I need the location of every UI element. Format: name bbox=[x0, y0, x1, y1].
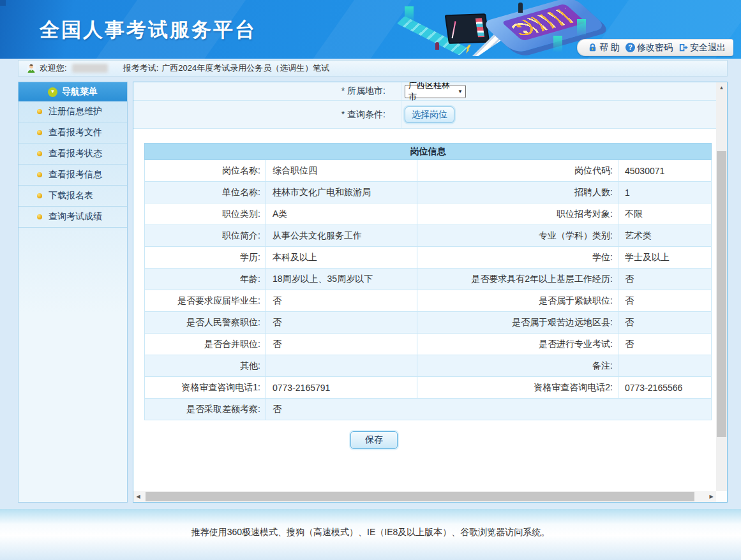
cell-label: 招聘人数: bbox=[417, 182, 618, 203]
cell-value: 1 bbox=[618, 182, 712, 203]
cell-label: 是否属于艰苦边远地区县: bbox=[417, 312, 618, 334]
cell-value: A类 bbox=[266, 203, 417, 225]
header-quick-links: 帮 助 ? 修改密码 安全退出 bbox=[577, 39, 733, 56]
exam-label: 报考考试: bbox=[123, 63, 159, 74]
app-title: 全国人事考试服务平台 bbox=[40, 17, 257, 43]
scrollbar-corner bbox=[716, 491, 727, 502]
cell-label: 是否要求具有2年以上基层工作经历: bbox=[417, 269, 618, 290]
cell-value: 18周岁以上、35周岁以下 bbox=[266, 269, 417, 290]
cell-label: 其他: bbox=[145, 355, 266, 377]
table-row: 单位名称: 桂林市文化广电和旅游局 招聘人数: 1 bbox=[145, 182, 712, 203]
welcome-greeting: 欢迎您: bbox=[40, 63, 67, 74]
bullet-icon bbox=[37, 151, 42, 156]
lock-icon bbox=[588, 43, 597, 52]
bullet-icon bbox=[37, 214, 42, 219]
scroll-left-arrow-icon[interactable]: ◀ bbox=[133, 491, 143, 502]
table-row: 是否人民警察职位: 否 是否属于艰苦边远地区县: 否 bbox=[145, 312, 712, 334]
table-row: 资格审查咨询电话1: 0773-2165791 资格审查咨询电话2: 0773-… bbox=[145, 377, 712, 399]
table-row: 岗位名称: 综合职位四 岗位代码: 45030071 bbox=[145, 160, 712, 182]
illustration-person bbox=[435, 42, 439, 50]
pick-position-button[interactable]: 选择岗位 bbox=[405, 107, 454, 123]
cell-value: 艺术类 bbox=[618, 225, 712, 247]
user-avatar-icon bbox=[26, 63, 36, 73]
cell-value bbox=[618, 355, 712, 377]
sidebar-item-label: 注册信息维护 bbox=[49, 106, 102, 117]
form-row-query: * 查询条件: 选择岗位 bbox=[133, 101, 716, 129]
page-footer: 推荐使用360极速模式、搜狗（高速模式）、IE（IE8及以上版本）、谷歌浏览器访… bbox=[0, 509, 741, 560]
bullet-icon bbox=[37, 109, 42, 114]
logout-label: 安全退出 bbox=[690, 42, 726, 54]
header-corner-decoration bbox=[0, 0, 6, 6]
cell-value bbox=[266, 355, 417, 377]
cell-value: 45030071 bbox=[618, 160, 712, 182]
cell-label: 岗位名称: bbox=[145, 160, 266, 182]
cell-value: 否 bbox=[266, 334, 417, 355]
sidebar-item-view-application-status[interactable]: 查看报考状态 bbox=[19, 144, 127, 165]
help-link[interactable]: 帮 助 bbox=[588, 42, 620, 54]
content-body: * 所属地市: 广西区桂林市 ▼ * 查询条件: 选择岗位 岗位信息 bbox=[133, 82, 716, 491]
cell-value: 否 bbox=[618, 290, 712, 312]
vertical-scrollbar[interactable]: ▲ ▼ bbox=[716, 82, 727, 502]
table-row: 年龄: 18周岁以上、35周岁以下 是否要求具有2年以上基层工作经历: 否 bbox=[145, 269, 712, 290]
city-select[interactable]: 广西区桂林市 ▼ bbox=[405, 85, 466, 98]
spacer bbox=[133, 129, 716, 143]
cell-value: 综合职位四 bbox=[266, 160, 417, 182]
illustration-screen bbox=[445, 13, 490, 44]
welcome-bar: 欢迎您: 报考考试: 广西2024年度考试录用公务员（选调生）笔试 bbox=[18, 60, 728, 77]
sidebar-item-label: 查看报考信息 bbox=[49, 169, 102, 181]
table-title: 岗位信息 bbox=[145, 144, 712, 160]
vertical-scrollbar-thumb[interactable] bbox=[717, 151, 726, 437]
cell-value: 本科及以上 bbox=[266, 247, 417, 269]
cell-value: 从事公共文化服务工作 bbox=[266, 225, 417, 247]
question-icon: ? bbox=[625, 43, 635, 52]
content-panel: * 所属地市: 广西区桂林市 ▼ * 查询条件: 选择岗位 岗位信息 bbox=[133, 82, 728, 503]
scroll-right-arrow-icon[interactable]: ▶ bbox=[707, 491, 716, 502]
save-button[interactable]: 保存 bbox=[350, 431, 398, 449]
sidebar-item-label: 查询考试成绩 bbox=[49, 211, 102, 223]
cell-value: 否 bbox=[266, 399, 712, 420]
cell-label: 职位招考对象: bbox=[417, 203, 618, 225]
exam-name: 广西2024年度考试录用公务员（选调生）笔试 bbox=[161, 63, 329, 74]
horizontal-scrollbar-thumb[interactable] bbox=[146, 492, 694, 501]
cell-value: 0773-2165791 bbox=[266, 377, 417, 399]
scroll-up-arrow-icon[interactable]: ▲ bbox=[716, 82, 727, 92]
help-label: 帮 助 bbox=[599, 42, 620, 54]
cell-label: 职位简介: bbox=[145, 225, 266, 247]
cell-label: 岗位代码: bbox=[417, 160, 618, 182]
cell-label: 是否人民警察职位: bbox=[145, 312, 266, 334]
table-row: 职位类别: A类 职位招考对象: 不限 bbox=[145, 203, 712, 225]
select-chevron-icon: ▼ bbox=[458, 89, 463, 94]
illustration-person bbox=[518, 3, 523, 13]
sidebar-item-download-registration-form[interactable]: 下载报名表 bbox=[19, 186, 127, 207]
city-label: * 所属地市: bbox=[133, 82, 401, 100]
chevron-down-circle-icon: ▼ bbox=[48, 87, 57, 97]
sidebar-item-query-exam-results[interactable]: 查询考试成绩 bbox=[19, 207, 127, 228]
table-row: 是否要求应届毕业生: 否 是否属于紧缺职位: 否 bbox=[145, 290, 712, 312]
sidebar-item-view-exam-files[interactable]: 查看报考文件 bbox=[19, 122, 127, 144]
cell-label: 是否属于紧缺职位: bbox=[417, 290, 618, 312]
illustration-pillar bbox=[405, 6, 414, 23]
cell-label: 专业（学科）类别: bbox=[417, 225, 618, 247]
change-password-label: 修改密码 bbox=[637, 42, 673, 54]
cell-label: 职位类别: bbox=[145, 203, 266, 225]
logout-icon bbox=[678, 43, 688, 52]
logout-link[interactable]: 安全退出 bbox=[678, 42, 726, 54]
table-row: 其他: 备注: bbox=[145, 355, 712, 377]
table-row: 学历: 本科及以上 学位: 学士及以上 bbox=[145, 247, 712, 269]
cell-value: 学士及以上 bbox=[618, 247, 712, 269]
form-row-city: * 所属地市: 广西区桂林市 ▼ bbox=[133, 82, 716, 101]
sidebar-item-view-application-info[interactable]: 查看报考信息 bbox=[19, 165, 127, 186]
cell-label: 学历: bbox=[145, 247, 266, 269]
nav-menu-header[interactable]: ▼ 导航菜单 bbox=[19, 82, 127, 101]
horizontal-scrollbar[interactable]: ◀ ▶ bbox=[133, 491, 716, 502]
sidebar-item-register-info[interactable]: 注册信息维护 bbox=[19, 101, 127, 122]
app-header: 全国人事考试服务平台 帮 bbox=[0, 0, 741, 59]
sidebar-item-label: 查看报考状态 bbox=[49, 148, 102, 159]
sidebar-item-label: 查看报考文件 bbox=[49, 127, 102, 138]
cell-label: 是否要求应届毕业生: bbox=[145, 290, 266, 312]
sidebar: ▼ 导航菜单 注册信息维护 查看报考文件 查看报考状态 查看报考信息 下载报名表… bbox=[18, 82, 128, 503]
change-password-link[interactable]: ? 修改密码 bbox=[625, 42, 673, 54]
cell-label: 资格审查咨询电话2: bbox=[417, 377, 618, 399]
table-row: 职位简介: 从事公共文化服务工作 专业（学科）类别: 艺术类 bbox=[145, 225, 712, 247]
cell-value: 0773-2165566 bbox=[618, 377, 712, 399]
